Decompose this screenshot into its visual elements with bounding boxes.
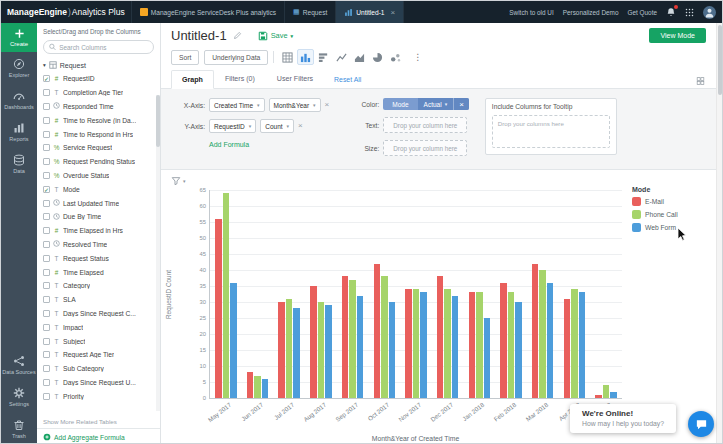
page-scrollbar-thumb[interactable] xyxy=(718,25,722,95)
column-item[interactable]: TSub Category xyxy=(37,362,160,376)
column-item[interactable]: Resolved Time xyxy=(37,238,160,252)
filter-funnel-icon[interactable]: ▾ xyxy=(171,176,186,186)
bar-e-mail[interactable] xyxy=(500,283,507,398)
column-checkbox[interactable] xyxy=(43,255,50,262)
x-axis-field-dropdown[interactable]: Created Time▾ xyxy=(209,98,265,112)
column-checkbox[interactable] xyxy=(43,172,50,179)
nav-data[interactable]: Data xyxy=(1,148,37,180)
bar-e-mail[interactable] xyxy=(595,395,602,398)
personalized-demo-link[interactable]: Personalized Demo xyxy=(563,9,619,16)
bar-e-mail[interactable] xyxy=(342,276,349,398)
column-item[interactable]: %Request Pending Status xyxy=(37,155,160,169)
legend-item[interactable]: E-Mail xyxy=(632,197,708,206)
column-checkbox[interactable] xyxy=(43,131,50,138)
table-tab-request[interactable]: ▦ Request xyxy=(284,1,335,23)
column-checkbox[interactable]: ✓ xyxy=(43,75,50,82)
search-columns-box[interactable] xyxy=(43,40,154,54)
column-item[interactable]: ✓#RequestID xyxy=(37,72,160,86)
column-checkbox[interactable] xyxy=(43,103,50,110)
column-item[interactable]: %Overdue Status xyxy=(37,169,160,183)
column-item[interactable]: #Time to Respond in Hrs xyxy=(37,127,160,141)
switch-old-ui-link[interactable]: Switch to old UI xyxy=(509,9,553,16)
column-checkbox[interactable] xyxy=(43,296,50,303)
bar-e-mail[interactable] xyxy=(564,299,571,398)
bar-phone-call[interactable] xyxy=(349,280,356,398)
bar-e-mail[interactable] xyxy=(469,292,476,398)
column-item[interactable]: TSLA xyxy=(37,293,160,307)
remove-x-axis-icon[interactable]: × xyxy=(325,101,330,109)
column-checkbox[interactable] xyxy=(43,227,50,234)
y-axis-field-dropdown[interactable]: RequestID▾ xyxy=(209,119,256,133)
bar-phone-call[interactable] xyxy=(571,289,578,398)
column-checkbox[interactable] xyxy=(43,310,50,317)
column-item[interactable]: Responded Time xyxy=(37,100,160,114)
column-checkbox[interactable] xyxy=(43,351,50,358)
bar-phone-call[interactable] xyxy=(476,292,483,398)
apps-grid-icon[interactable] xyxy=(685,8,694,17)
column-checkbox[interactable]: ✓ xyxy=(43,186,50,193)
chat-widget[interactable]: We're Online! How may I help you today? xyxy=(570,404,676,433)
column-item[interactable]: %Service Request xyxy=(37,141,160,155)
bar-phone-call[interactable] xyxy=(413,289,420,398)
tab-graph[interactable]: Graph xyxy=(171,70,214,89)
bar-phone-call[interactable] xyxy=(444,289,451,398)
underlying-data-button[interactable]: Underlying Data xyxy=(204,50,268,65)
bar-web-form[interactable] xyxy=(610,392,617,398)
user-avatar[interactable] xyxy=(703,6,716,19)
nav-data-sources[interactable]: Data Sources xyxy=(1,349,37,381)
column-item[interactable]: TRequest Status xyxy=(37,251,160,265)
x-axis-function-dropdown[interactable]: Month&Year▾ xyxy=(269,98,321,112)
bar-e-mail[interactable] xyxy=(247,372,254,398)
bar-web-form[interactable] xyxy=(452,296,459,398)
bar-e-mail[interactable] xyxy=(405,289,412,398)
bar-web-form[interactable] xyxy=(325,305,332,398)
bar-web-form[interactable] xyxy=(579,292,586,398)
nav-trash[interactable]: Trash xyxy=(1,413,37,444)
column-checkbox[interactable] xyxy=(43,158,50,165)
tab-filters-0[interactable]: Filters (0) xyxy=(214,69,266,88)
column-checkbox[interactable] xyxy=(43,365,50,372)
line-chart-icon[interactable] xyxy=(333,49,350,65)
column-item[interactable]: TSubject xyxy=(37,334,160,348)
bar-phone-call[interactable] xyxy=(539,270,546,398)
bar-e-mail[interactable] xyxy=(278,302,285,398)
reset-all-link[interactable]: Reset All xyxy=(334,76,361,88)
bar-web-form[interactable] xyxy=(420,292,427,398)
table-group-request[interactable]: ▾ Request xyxy=(37,58,160,72)
bar-phone-call[interactable] xyxy=(603,385,610,398)
layout-options-icon[interactable] xyxy=(695,77,706,88)
column-checkbox[interactable] xyxy=(43,338,50,345)
tooltip-drop-zone[interactable]: Drop your columns here xyxy=(492,115,610,148)
bar-web-form[interactable] xyxy=(389,302,396,398)
nav-create-button[interactable]: Create xyxy=(1,23,37,52)
collapse-caret-icon[interactable]: ▾ xyxy=(43,62,46,68)
column-item[interactable]: TPriority xyxy=(37,389,160,403)
page-scrollbar[interactable] xyxy=(716,23,722,444)
nav-dashboards[interactable]: Dashboards xyxy=(1,84,37,116)
column-item[interactable]: TDays Since Request U... xyxy=(37,376,160,390)
color-function-dropdown[interactable]: Actual▾ xyxy=(418,98,454,110)
notifications-bell-icon[interactable] xyxy=(666,7,676,17)
table-icon[interactable] xyxy=(279,49,296,65)
column-checkbox[interactable] xyxy=(43,324,50,331)
text-drop-zone[interactable]: Drop your column here xyxy=(383,117,467,133)
column-chart-icon[interactable] xyxy=(297,49,314,65)
column-item[interactable]: TDays Since Request C... xyxy=(37,307,160,321)
bar-phone-call[interactable] xyxy=(381,276,388,398)
bar-phone-call[interactable] xyxy=(286,299,293,398)
remove-y-axis-icon[interactable]: × xyxy=(298,122,303,130)
scrollbar-thumb[interactable] xyxy=(156,95,160,147)
nav-reports[interactable]: Reports xyxy=(1,116,37,148)
column-checkbox[interactable] xyxy=(43,393,50,400)
column-item[interactable]: TImpact xyxy=(37,320,160,334)
columns-scrollbar[interactable] xyxy=(156,95,160,411)
legend-item[interactable]: Web Form xyxy=(632,223,708,232)
remove-color-icon[interactable]: × xyxy=(453,98,469,110)
bar-e-mail[interactable] xyxy=(310,286,317,398)
column-checkbox[interactable] xyxy=(43,200,50,207)
column-checkbox[interactable] xyxy=(43,379,50,386)
legend-item[interactable]: Phone Call xyxy=(632,210,708,219)
bar-web-form[interactable] xyxy=(484,318,491,398)
column-checkbox[interactable] xyxy=(43,213,50,220)
column-checkbox[interactable] xyxy=(43,269,50,276)
